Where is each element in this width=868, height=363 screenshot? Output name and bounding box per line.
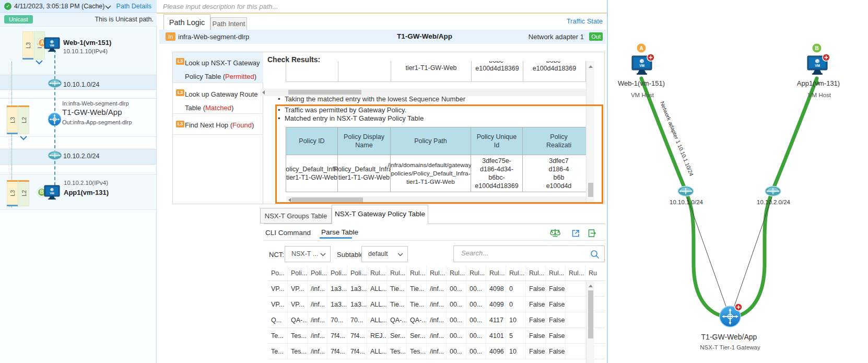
rule-column-header[interactable]: Rul... (427, 265, 447, 280)
rule-column-header[interactable]: Poli... (327, 265, 347, 280)
lane-tab-l2-gateway[interactable]: L2 (18, 106, 29, 134)
table-cell (566, 344, 585, 359)
table-cell: 10 (506, 312, 526, 327)
rule-column-header[interactable]: Po... (268, 265, 288, 280)
description-input[interactable] (162, 1, 527, 11)
lane-tab-l2-node-b[interactable]: L2 (18, 180, 29, 206)
table-row[interactable]: Te...Tes.../inf...7f4...7f4...REJ...Ser.… (268, 328, 605, 344)
table-cell: 7f4... (327, 344, 347, 359)
scrolled-policy-table[interactable]: tier1-T1-GW-Web tier1-T1-GW-Web tier1-T1… (286, 61, 586, 82)
svg-text:VM: VM (50, 44, 54, 47)
rule-column-header[interactable]: Rul... (447, 265, 466, 280)
matched-policy-table[interactable]: Policy ID Policy Display Name Policy Pat… (286, 127, 586, 193)
network-segment-icon[interactable] (765, 186, 781, 196)
step-item-route-table[interactable]: L3 Look up Gateway Route Table (Matched) (173, 84, 263, 114)
step-item-next-hop[interactable]: L3 Find Next Hop (Found) (173, 114, 263, 135)
horizontal-scrollbar[interactable] (286, 196, 594, 204)
open-in-new-icon[interactable] (571, 229, 580, 238)
rule-column-header[interactable]: Rul... (407, 265, 427, 280)
path-timestamp[interactable]: 4/11/2023, 3:05:18 PM (Cache) (14, 3, 105, 10)
chevron-down-icon[interactable] (20, 136, 27, 140)
table-row[interactable]: VP...VP.../inf...1a3...1a3...ALL...Tie..… (268, 297, 605, 312)
traffic-state-link[interactable]: Traffic State (567, 17, 603, 25)
scroll-left-icon[interactable] (262, 90, 265, 95)
rule-column-header[interactable]: Rul... (367, 265, 387, 280)
scrollbar-thumb[interactable] (291, 197, 363, 202)
table-cell: /inf... (427, 312, 447, 327)
table-cell: VP... (268, 281, 288, 296)
search-icon[interactable] (590, 250, 600, 259)
vertical-scrollbar[interactable] (586, 61, 594, 204)
export-table-icon[interactable] (588, 229, 596, 238)
table-cell: 7f4... (327, 328, 347, 343)
tab-path-logic[interactable]: Path Logic (163, 14, 210, 30)
scrollbar-thumb[interactable] (588, 183, 593, 197)
subtable-select[interactable]: default (361, 246, 408, 262)
table-cell: False (546, 328, 566, 343)
lane-tab-l3-gateway[interactable]: L3 (7, 106, 18, 134)
scroll-up-icon[interactable] (589, 285, 593, 287)
network-segment-icon[interactable] (48, 78, 62, 88)
out-badge: Out (589, 32, 603, 41)
rule-column-header[interactable]: Rul... (466, 265, 486, 280)
step-item-gateway-policy[interactable]: L3 Look up NSX-T Gateway Policy Table (P… (173, 52, 263, 83)
check-result-bullet: Matched entry in NSX-T Gateway Policy Ta… (285, 114, 424, 122)
step-list: L3 Look up NSX-T Gateway Policy Table (P… (173, 52, 263, 204)
table-row[interactable]: Te...Tes.../inf...7f4...7f4...ALL...Tes.… (268, 344, 605, 359)
rule-column-header[interactable]: Poli... (308, 265, 327, 280)
scroll-up-icon[interactable] (589, 65, 593, 68)
gateway-name[interactable]: T1-GW-Web/App (62, 108, 122, 116)
path-details-link[interactable]: Path Details (116, 3, 151, 10)
tab-path-intent[interactable]: Path Intent (210, 17, 247, 30)
lane-tab-l3-node-a[interactable]: L3 (22, 31, 33, 60)
chevron-down-icon (397, 253, 403, 256)
tab-nsxt-groups-table[interactable]: NSX-T Groups Table (260, 208, 332, 224)
table-cell: 7f4... (347, 344, 367, 359)
tab-divider (264, 224, 605, 224)
rule-column-header[interactable]: Ru (585, 265, 605, 280)
tab-nsxt-gateway-policy-table[interactable]: NSX-T Gateway Policy Table (332, 205, 428, 224)
rule-column-header[interactable]: Rul... (387, 265, 407, 280)
chevron-down-icon[interactable] (36, 60, 43, 65)
lane-tab-l3-node-b[interactable]: L3 (7, 180, 18, 206)
topology-map[interactable]: Network adapter 1 10.10.1.10/24 10.10.1.… (607, 0, 868, 363)
rule-column-header[interactable]: Poli... (288, 265, 308, 280)
vertical-scrollbar[interactable] (586, 282, 594, 363)
search-input[interactable] (460, 249, 580, 257)
compare-scales-icon[interactable] (550, 228, 560, 238)
table-row[interactable]: VP...VP.../inf...1a3...1a3...ALL...Tie..… (268, 281, 605, 297)
table-row[interactable]: Q...QA-.../inf...70...70...ALL...QA-...Q… (268, 312, 605, 328)
nct-select[interactable]: NSX-T ... (285, 246, 331, 262)
table-cell: False (546, 297, 566, 312)
tab-cli-command[interactable]: CLI Command (265, 229, 311, 237)
check-result-bullet: Taking the matched entry with the lowest… (285, 95, 465, 103)
vm-icon[interactable]: VM (44, 184, 61, 200)
table-cell: ALL... (367, 312, 387, 327)
node-b-name[interactable]: App1(vm-131) (64, 189, 109, 196)
scrollbar-thumb[interactable] (288, 90, 361, 95)
path-edge-a-to-gateway[interactable] (641, 78, 724, 317)
gateway-icon[interactable] (48, 112, 62, 126)
network-segment-icon[interactable] (678, 186, 694, 196)
rule-column-header[interactable]: Rul... (546, 265, 566, 280)
vm-icon[interactable]: VM (44, 36, 61, 52)
rule-column-header[interactable]: Poli... (347, 265, 367, 280)
path-edge-gateway-to-b[interactable] (736, 78, 817, 317)
rule-column-header[interactable]: Rul... (486, 265, 506, 280)
node-a-name[interactable]: Web-1(vm-151) (63, 39, 111, 46)
node-a-type: VM Host (631, 92, 654, 98)
table-cell: VP... (288, 297, 308, 312)
chevron-down-icon[interactable] (105, 5, 111, 9)
table-cell: VP... (268, 297, 288, 312)
segment1-label: 10.10.1.0/24 (670, 199, 703, 205)
table-cell: 10 (506, 344, 526, 359)
network-segment-icon[interactable] (48, 150, 62, 160)
scroll-left-icon[interactable] (288, 198, 291, 202)
rule-column-header[interactable]: Rul... (506, 265, 526, 280)
scrollbar-thumb[interactable] (588, 290, 593, 338)
rule-column-header[interactable]: Rul... (566, 265, 585, 280)
tab-parse-table[interactable]: Parse Table (321, 228, 358, 236)
rule-table-body: VP...VP.../inf...1a3...1a3...ALL...Tie..… (268, 281, 605, 359)
gateway-in-interface: In:infra-Web-segment-dlrp (62, 100, 129, 107)
rule-column-header[interactable]: Rul... (526, 265, 546, 280)
